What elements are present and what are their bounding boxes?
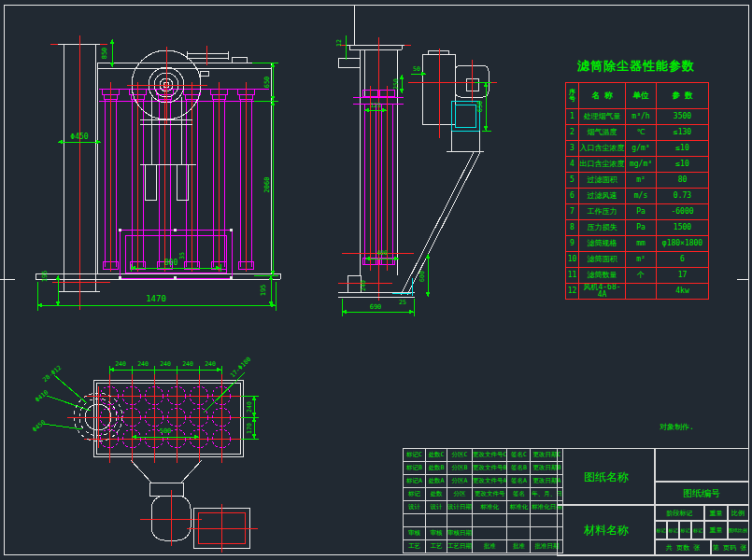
dim-label: 240: [137, 360, 149, 368]
dim-label: 800: [164, 259, 178, 267]
fan-front[interactable]: [127, 47, 207, 200]
param-header-row: 序号 名 称 单位 参 数: [566, 83, 709, 109]
weight-value-cell: 重量: [703, 520, 729, 540]
param-row: 4出口含尘浓度mg/m³≤10: [566, 157, 709, 173]
col-header-value: 参 数: [657, 83, 709, 109]
annotation-note: 对象制作.: [660, 422, 694, 432]
dim-label: 240: [360, 280, 367, 291]
dim-label: 2060: [263, 177, 271, 193]
col-header-unit: 单位: [626, 83, 657, 109]
dim-label: 240: [205, 360, 216, 368]
revision-row: 标记处数分区更改文件号签名年、月、日: [404, 488, 563, 501]
dim-label: 690: [370, 303, 382, 311]
front-view[interactable]: Φ450 850 650 2060 195 195 1470 800 35: [35, 35, 280, 311]
param-table-title: 滤筒除尘器性能参数: [577, 58, 695, 75]
param-row: 10滤筒面积m²6: [566, 252, 709, 268]
dim-label: Φ450: [70, 133, 88, 141]
material-name-cell: 材料名称: [557, 504, 656, 556]
front-dimensions: Φ450 850 650 2060 195 195 1470 800 35: [37, 39, 278, 311]
dim-label: 500: [160, 427, 172, 435]
param-row: 7工作压力Pa-6000: [566, 204, 709, 220]
param-row: 6过滤风速m/s0.73: [566, 189, 709, 204]
revision-row: 工艺工艺工艺日期批准批准批准日期: [404, 540, 563, 553]
dim-label: 125: [370, 102, 381, 109]
dim-label: 240: [160, 360, 171, 368]
dim-label: 195: [41, 271, 49, 283]
param-row: 9滤筒规格mmφ180×1800: [566, 236, 709, 252]
revision-row: 审核审核审核日期: [404, 527, 563, 540]
drawing-no-cell: 图纸编号: [654, 481, 749, 506]
dim-label: 25: [399, 299, 406, 306]
dim-label: 240: [182, 360, 193, 368]
dim-label: 35: [178, 252, 186, 259]
dim-label: 17-Φ180: [229, 356, 252, 379]
revision-row: [404, 514, 563, 527]
access-door[interactable]: [119, 229, 233, 279]
col-header-no: 序号: [566, 83, 579, 109]
dim-label: 240: [246, 401, 253, 413]
revision-table: 标记C处数C分区C更改文件号C签名C更改日期C 标记B处数B分区B更改文件号B签…: [403, 448, 563, 553]
dim-label: 650: [263, 77, 271, 89]
dim-label: 600: [419, 271, 426, 282]
sheet-total-cell: 共 页数 张: [654, 539, 712, 556]
dim-label: 400: [376, 249, 388, 257]
dim-label: 170: [246, 423, 253, 434]
side-view[interactable]: 12 125 250 50 650 400 240 600 25 690: [335, 35, 497, 316]
col-header-name: 名 称: [579, 83, 626, 109]
dim-label: 1470: [146, 294, 166, 303]
param-row: 12风机4-68-4A4kw: [566, 284, 709, 300]
dim-label: 12: [335, 39, 343, 47]
dim-label: 50: [413, 65, 420, 73]
cad-viewport[interactable]: Φ450 850 650 2060 195 195 1470 800 35: [0, 0, 752, 560]
dim-label: 650: [476, 101, 484, 113]
param-row: 5过滤面积m²80: [566, 173, 709, 189]
dim-label: 240: [115, 360, 126, 368]
fan-side[interactable]: [408, 49, 497, 151]
dim-label: 195: [260, 285, 267, 297]
revision-row: 设计设计设计日期标准化标准化标准化日期: [404, 501, 563, 514]
dim-label: 28-Φ12: [41, 364, 63, 384]
top-view[interactable]: 240 240 240 240 240 28-Φ12 Φ410 Φ450 17-…: [31, 356, 259, 553]
scale-value-cell: 图纸比例: [727, 520, 749, 540]
dim-label: 850: [101, 48, 108, 60]
dim-label: 250: [392, 78, 400, 90]
revision-row: 标记A处数A分区A更改文件号A签名A更改日期A: [404, 475, 563, 488]
revision-row: 标记C处数C分区C更改文件号C签名C更改日期C: [404, 449, 563, 462]
filter-cartridges-front[interactable]: [99, 89, 269, 269]
drawing-name-cell: 图纸名称: [557, 448, 656, 506]
param-row: 11滤筒数量个17: [566, 268, 709, 284]
param-row: 2烟气温度℃≤130: [566, 125, 709, 141]
drawing-no-blank-cell: [654, 448, 749, 483]
sheet-index-cell: 第 页码 张: [710, 539, 749, 556]
dim-label: Φ450: [31, 418, 47, 433]
revision-row: 标记B处数B分区B更改文件号B签名B更改日期B: [404, 462, 563, 475]
hopper-and-blower[interactable]: [131, 460, 258, 553]
dim-label: Φ410: [34, 388, 50, 403]
param-row: 3入口含尘浓度g/m³≤10: [566, 141, 709, 157]
param-row: 1处理烟气量m³/h3500: [566, 109, 709, 125]
parameter-table: 序号 名 称 单位 参 数 1处理烟气量m³/h3500 2烟气温度℃≤130 …: [565, 82, 709, 300]
param-row: 8压力损失Pa1500: [566, 220, 709, 236]
